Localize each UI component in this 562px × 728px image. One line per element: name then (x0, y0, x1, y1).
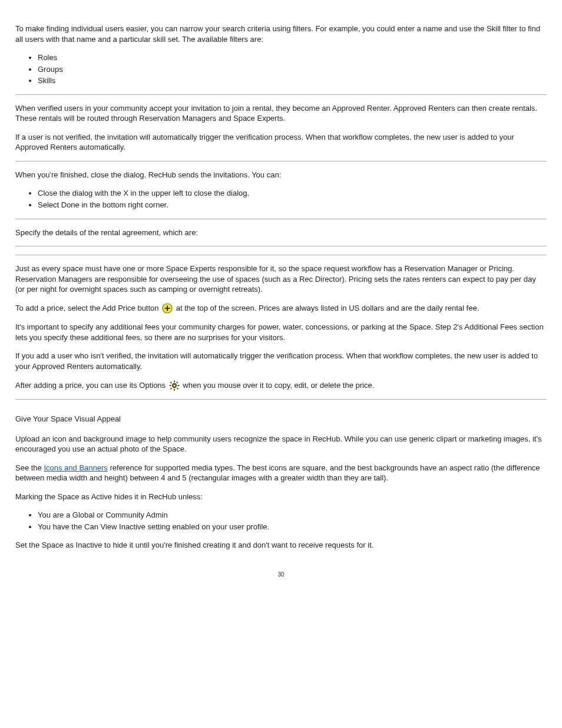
text-run: at the top of the screen. Prices are alw… (176, 304, 480, 312)
gear-icon (169, 380, 180, 391)
body-paragraph: When you're finished, close the dialog. … (15, 170, 547, 180)
svg-rect-4 (174, 381, 175, 383)
body-paragraph: Just as every space must have one or mor… (15, 263, 547, 295)
svg-point-12 (173, 384, 175, 386)
text-run: See the (15, 463, 44, 472)
section-heading: Give Your Space Visual Appeal (15, 414, 547, 424)
body-paragraph: Marking the Space as Active hides it in … (15, 492, 547, 502)
svg-rect-2 (165, 308, 170, 309)
body-paragraph: It's important to specify any additional… (15, 322, 547, 342)
svg-rect-5 (174, 389, 175, 391)
filters-list: Roles Groups Skills (15, 52, 547, 86)
list-item: Close the dialog with the X in the upper… (38, 188, 547, 199)
list-item: Groups (38, 64, 547, 75)
text-run: when you mouse over it to copy, edit, or… (183, 381, 374, 390)
body-paragraph: Upload an icon and background image to h… (15, 434, 547, 454)
divider (15, 94, 547, 95)
close-dialog-list: Close the dialog with the X in the upper… (15, 188, 547, 210)
options-paragraph: After adding a price, you can use its Op… (15, 380, 547, 391)
visibility-list: You are a Global or Community Admin You … (15, 510, 547, 532)
divider (15, 161, 547, 162)
divider (15, 219, 547, 219)
list-item: Select Done in the bottom right corner. (38, 200, 547, 210)
add-price-paragraph: To add a price, select the Add Price but… (15, 303, 547, 314)
divider (15, 255, 547, 255)
svg-rect-7 (177, 385, 179, 386)
svg-rect-11 (170, 387, 172, 390)
list-item: Skills (38, 75, 547, 86)
body-paragraph: See the Icons and Banners reference for … (15, 463, 547, 483)
divider (15, 399, 547, 400)
text-run: After adding a price, you can use its Op… (15, 381, 168, 390)
page-number: 30 (0, 571, 562, 578)
add-price-icon (162, 303, 173, 314)
svg-rect-9 (177, 387, 179, 390)
text-run: To add a price, select the Add Price but… (15, 304, 161, 312)
divider (15, 246, 547, 246)
intro-paragraph: To make finding individual users easier,… (15, 24, 547, 44)
body-paragraph: Set the Space as Inactive to hide it unt… (15, 540, 547, 551)
list-item: You are a Global or Community Admin (38, 510, 547, 521)
svg-rect-8 (170, 381, 172, 384)
body-paragraph: When verified users in your community ac… (15, 103, 547, 124)
list-item: Roles (38, 52, 547, 63)
icons-banners-link[interactable]: Icons and Banners (44, 463, 107, 472)
svg-rect-10 (176, 381, 178, 384)
body-paragraph: Specify the details of the rental agreem… (15, 228, 547, 238)
body-paragraph: If a user is not verified, the invitatio… (15, 132, 547, 153)
list-item: You have the Can View Inactive setting e… (38, 522, 547, 532)
body-paragraph: If you add a user who isn't verified, th… (15, 351, 547, 371)
svg-rect-6 (169, 385, 171, 386)
